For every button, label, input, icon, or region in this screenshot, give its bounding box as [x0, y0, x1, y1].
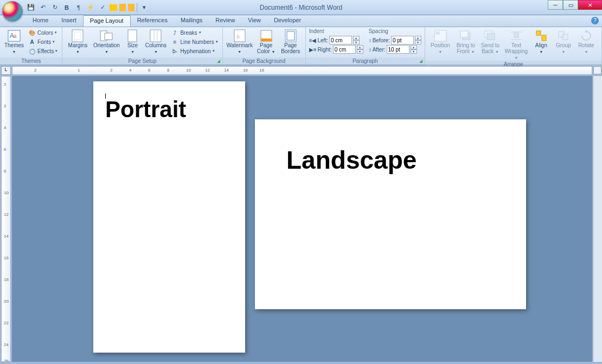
ruler-toggle-icon[interactable] [593, 66, 601, 74]
horizontal-ruler[interactable]: 2124681012141618 [12, 66, 592, 75]
undo-icon[interactable]: ↶ [38, 3, 48, 12]
watermark-button[interactable]: A Watermark▼ [226, 28, 253, 55]
effects-icon: ◯ [28, 47, 36, 55]
vertical-scrollbar[interactable] [593, 76, 602, 362]
close-button[interactable]: ✕ [578, 0, 602, 10]
pilcrow-icon[interactable]: ¶ [74, 3, 84, 12]
window-title: Document6 - Microsoft Word [260, 4, 343, 11]
fonts-button[interactable]: AFonts ▾ [27, 37, 59, 46]
group-page-bg-label: Page Background [223, 58, 305, 65]
ruler-tick: 4 [4, 125, 6, 130]
spacing-after-input[interactable] [387, 45, 409, 54]
indent-right-input[interactable] [333, 45, 356, 54]
ruler-tick: 18 [259, 68, 264, 73]
page-landscape[interactable]: Landscape [255, 119, 526, 309]
svg-rect-7 [128, 30, 137, 42]
page-color-button[interactable]: Page Color ▼ [255, 28, 277, 55]
tab-home[interactable]: Home [26, 15, 55, 27]
page-setup-launcher-icon[interactable]: ◢ [216, 59, 221, 64]
paragraph-launcher-icon[interactable]: ◢ [418, 59, 424, 64]
breaks-label: Breaks [180, 30, 197, 36]
group-themes: Aa Themes▼ 🎨Colors ▾ AFonts ▾ ◯Effects ▾… [0, 27, 62, 65]
document-canvas[interactable]: Portrait Landscape [12, 76, 592, 362]
page-borders-button[interactable]: Page Borders [279, 28, 302, 54]
minimize-button[interactable]: ─ [548, 0, 563, 10]
page1-text: Portrait [105, 97, 186, 123]
spacing-before-input[interactable] [391, 36, 414, 44]
quickprint-icon[interactable]: ⚡ [86, 3, 95, 12]
colors-button[interactable]: 🎨Colors ▾ [27, 28, 59, 37]
size-button[interactable]: Size▼ [123, 28, 142, 55]
indent-left-icon: ≡◀ [309, 37, 317, 43]
spacing-after-spinner[interactable]: ▴▾ [411, 45, 417, 54]
group-themes-label: Themes [0, 58, 62, 65]
effects-label: Effects [37, 48, 54, 54]
indent-left-icon[interactable] [119, 4, 126, 11]
indent-right-icon[interactable] [128, 4, 135, 11]
themes-button[interactable]: Aa Themes▼ [3, 28, 25, 55]
bold-icon[interactable]: B [62, 3, 72, 12]
tab-page-layout[interactable]: Page Layout [83, 15, 131, 27]
spacing-before-spinner[interactable]: ▴▾ [415, 36, 421, 44]
tab-review[interactable]: Review [209, 15, 241, 27]
rotate-button[interactable]: Rotate▼ [576, 28, 597, 55]
text-wrapping-button[interactable]: Text Wrapping ▼ [503, 28, 529, 61]
tab-view[interactable]: View [241, 15, 267, 27]
margins-icon [70, 29, 85, 42]
vertical-ruler[interactable]: 22468101214161820222426 [1, 76, 11, 362]
group-page-setup: Margins▼ Orientation▼ Size▼ Columns▼ ⤴Br… [62, 27, 222, 65]
orientation-label: Orientation [93, 42, 120, 48]
ruler-tick: 10 [4, 190, 9, 195]
svg-rect-23 [514, 33, 518, 37]
redo-icon[interactable]: ↻ [50, 3, 60, 12]
page-borders-icon [283, 29, 298, 42]
group-arrange: Position▼ Bring to Front ▼ Send to Back … [425, 27, 602, 65]
spacing-before-icon: ↕ [369, 37, 372, 43]
indent-left-spinner[interactable]: ▴▾ [353, 36, 360, 44]
position-button[interactable]: Position▼ [428, 28, 452, 55]
indent-left-label: Left: [318, 37, 328, 43]
tab-mailings[interactable]: Mailings [174, 15, 209, 27]
group-button[interactable]: Group▼ [553, 28, 574, 55]
columns-button[interactable]: Columns▼ [144, 28, 168, 55]
margins-button[interactable]: Margins▼ [66, 28, 89, 55]
svg-text:a: a [14, 33, 17, 39]
tab-references[interactable]: References [131, 15, 174, 27]
line-numbers-label: Line Numbers [180, 39, 214, 45]
save-icon[interactable]: 💾 [26, 3, 36, 12]
watermark-icon: A [232, 29, 247, 42]
indent-left-input[interactable] [329, 36, 352, 44]
tab-selector[interactable]: L [1, 66, 11, 75]
align-label: Align [535, 42, 547, 48]
text-wrapping-icon [509, 29, 524, 42]
indent-right-icon: ▶≡ [309, 47, 317, 53]
page-portrait[interactable]: Portrait [93, 81, 245, 353]
breaks-icon: ⤴ [171, 29, 178, 36]
svg-rect-8 [150, 30, 161, 42]
help-icon[interactable]: ? [591, 17, 599, 24]
send-back-button[interactable]: Send to Back ▼ [479, 28, 501, 55]
rotate-icon [579, 29, 594, 42]
align-button[interactable]: Align▼ [531, 28, 551, 55]
breaks-button[interactable]: ⤴Breaks ▾ [170, 28, 219, 37]
effects-button[interactable]: ◯Effects ▾ [27, 47, 59, 55]
tab-developer[interactable]: Developer [267, 15, 308, 27]
spacing-after-label: After: [373, 47, 386, 53]
spellcheck-icon[interactable]: ✓ [98, 3, 107, 12]
columns-icon [148, 29, 163, 42]
hyphenation-button[interactable]: b-Hyphenation ▾ [170, 47, 219, 55]
office-button[interactable] [2, 1, 23, 22]
qat-customize-icon[interactable]: ▾ [139, 3, 149, 12]
highlight-icon[interactable] [110, 4, 117, 11]
maximize-button[interactable]: ▭ [563, 0, 578, 10]
tab-insert[interactable]: Insert [55, 15, 83, 27]
ruler-tick: 18 [4, 277, 9, 282]
orientation-button[interactable]: Orientation▼ [92, 28, 121, 55]
columns-label: Columns [145, 42, 166, 48]
line-numbers-icon: ≡ [171, 38, 178, 46]
line-numbers-button[interactable]: ≡Line Numbers ▾ [170, 37, 219, 46]
svg-rect-20 [460, 31, 468, 37]
bring-front-button[interactable]: Bring to Front ▼ [454, 28, 477, 55]
indent-right-spinner[interactable]: ▴▾ [357, 45, 363, 54]
page-color-label: Page Color [257, 42, 272, 54]
